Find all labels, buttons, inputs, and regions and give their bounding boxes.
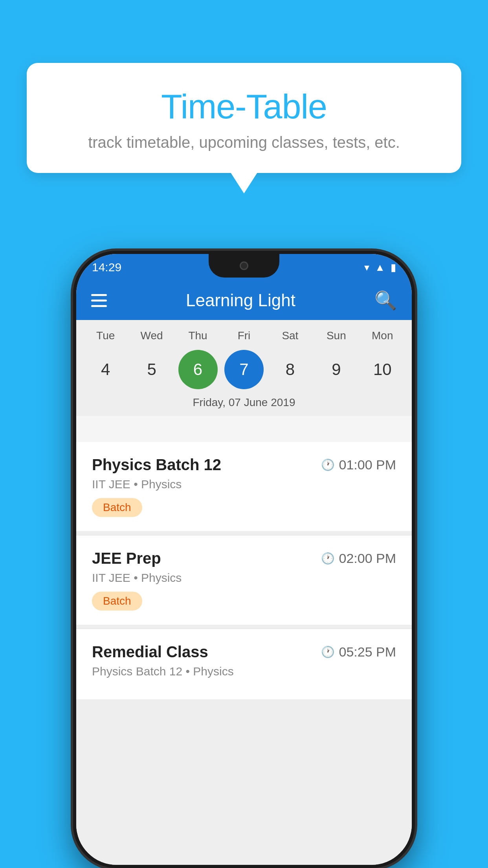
event-card-2[interactable]: Remedial Class🕐 05:25 PMPhysics Batch 12… [76,629,412,699]
phone-screen: 14:29 ▾ ▲ ▮ Learning Light 🔍 TueWedThuFr… [76,254,412,865]
clock-icon: 🕐 [321,552,335,565]
event-time-0: 🕐 01:00 PM [321,457,396,473]
event-time-2: 🕐 05:25 PM [321,644,396,660]
day-header-tue: Tue [86,329,125,342]
hamburger-menu-button[interactable] [91,294,107,307]
clock-icon: 🕐 [321,458,335,471]
search-button[interactable]: 🔍 [374,290,397,311]
day-date-8[interactable]: 8 [270,350,310,389]
event-sub-0: IIT JEE • Physics [92,478,396,491]
phone-wrapper: 14:29 ▾ ▲ ▮ Learning Light 🔍 TueWedThuFr… [73,251,415,868]
app-bar: Learning Light 🔍 [76,281,412,320]
day-header-thu: Thu [178,329,218,342]
selected-date-label: Friday, 07 June 2019 [76,393,412,416]
phone-frame: 14:29 ▾ ▲ ▮ Learning Light 🔍 TueWedThuFr… [73,251,415,868]
event-time-1: 🕐 02:00 PM [321,551,396,566]
batch-badge-0: Batch [92,498,142,517]
tooltip-subtitle: track timetable, upcoming classes, tests… [50,134,438,151]
day-header-wed: Wed [132,329,171,342]
event-sub-1: IIT JEE • Physics [92,571,396,585]
batch-badge-1: Batch [92,592,142,611]
calendar-section: TueWedThuFriSatSunMon 45678910 Friday, 0… [76,320,412,416]
event-card-0[interactable]: Physics Batch 12🕐 01:00 PMIIT JEE • Phys… [76,442,412,531]
event-name-0: Physics Batch 12 [92,456,221,474]
event-card-1[interactable]: JEE Prep🕐 02:00 PMIIT JEE • PhysicsBatch [76,535,412,625]
tooltip-title: Time-Table [50,86,438,127]
event-card-header-0: Physics Batch 12🕐 01:00 PM [92,456,396,474]
event-name-2: Remedial Class [92,643,208,661]
events-section: Physics Batch 12🕐 01:00 PMIIT JEE • Phys… [76,442,412,865]
day-header-sun: Sun [317,329,356,342]
event-name-1: JEE Prep [92,550,161,567]
day-date-5[interactable]: 5 [132,350,171,389]
clock-icon: 🕐 [321,645,335,658]
day-date-4[interactable]: 4 [86,350,125,389]
day-header-sat: Sat [270,329,310,342]
tooltip-card: Time-Table track timetable, upcoming cla… [27,63,461,173]
status-icons: ▾ ▲ ▮ [364,261,396,274]
app-title: Learning Light [119,291,362,310]
event-card-header-1: JEE Prep🕐 02:00 PM [92,550,396,567]
day-headers: TueWedThuFriSatSunMon [76,320,412,347]
battery-icon: ▮ [391,261,396,274]
notch [209,254,279,278]
signal-icon: ▲ [375,261,385,274]
event-sub-2: Physics Batch 12 • Physics [92,665,396,678]
day-date-10[interactable]: 10 [363,350,402,389]
day-date-9[interactable]: 9 [317,350,356,389]
day-header-mon: Mon [363,329,402,342]
status-time: 14:29 [92,261,121,274]
wifi-icon: ▾ [364,261,369,274]
event-card-header-2: Remedial Class🕐 05:25 PM [92,643,396,661]
day-header-fri: Fri [224,329,264,342]
day-date-7[interactable]: 7 [224,350,264,389]
day-date-6[interactable]: 6 [178,350,218,389]
day-dates: 45678910 [76,347,412,393]
notch-camera [240,261,248,270]
